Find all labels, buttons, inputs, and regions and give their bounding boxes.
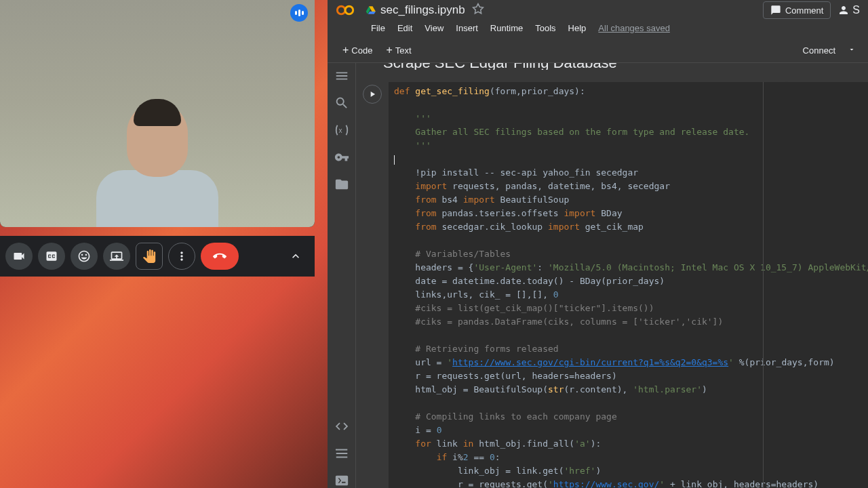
- svg-point-3: [335, 449, 336, 451]
- toolbar: +Code +Text Connect: [328, 38, 868, 63]
- code-snippets-icon[interactable]: [334, 419, 349, 434]
- menu-bar: File Edit View Insert Runtime Tools Help…: [328, 18, 868, 38]
- more-options-button[interactable]: [168, 243, 195, 270]
- drive-icon: [366, 5, 376, 16]
- svg-text:x: x: [338, 127, 342, 134]
- code-cell: def get_sec_filing(form,prior_days): '''…: [356, 82, 868, 488]
- comment-button[interactable]: Comment: [763, 1, 831, 19]
- variables-icon[interactable]: x: [334, 123, 349, 138]
- menu-view[interactable]: View: [419, 20, 449, 36]
- terminal-icon[interactable]: [334, 473, 349, 488]
- section-header[interactable]: Scrape SEC Edgar Filing Database: [356, 63, 868, 70]
- share-label: S: [852, 4, 860, 16]
- captions-button[interactable]: [38, 243, 65, 270]
- secrets-icon[interactable]: [334, 150, 349, 165]
- add-text-button[interactable]: +Text: [379, 42, 418, 58]
- collapse-icon[interactable]: [367, 63, 378, 70]
- comment-label: Comment: [785, 5, 823, 16]
- left-rail: x: [328, 63, 356, 488]
- menu-runtime[interactable]: Runtime: [485, 20, 528, 36]
- video-frame: [0, 0, 315, 227]
- audio-active-icon: [290, 4, 308, 22]
- main-area: x Scrape SEC Edgar Filing Database: [328, 63, 868, 488]
- menu-tools[interactable]: Tools: [530, 20, 561, 36]
- menu-file[interactable]: File: [366, 20, 391, 36]
- search-icon[interactable]: [334, 96, 349, 110]
- files-icon[interactable]: [334, 177, 349, 192]
- participant-video: [83, 102, 232, 227]
- menu-insert[interactable]: Insert: [450, 20, 484, 36]
- connect-button[interactable]: Connect: [795, 43, 844, 58]
- share-button[interactable]: S: [837, 4, 860, 16]
- svg-point-1: [345, 6, 353, 14]
- star-icon[interactable]: [472, 3, 484, 18]
- section-title: Scrape SEC Edgar Filing Database: [383, 63, 617, 70]
- run-cell-button[interactable]: [363, 85, 382, 104]
- hangup-button[interactable]: [201, 243, 239, 270]
- code-editor[interactable]: def get_sec_filing(form,prior_days): '''…: [389, 82, 868, 488]
- menu-help[interactable]: Help: [563, 20, 592, 36]
- table-of-contents-icon[interactable]: [334, 68, 349, 83]
- video-content: [0, 0, 315, 227]
- colab-header: sec_filings.ipynb Comment S: [328, 0, 868, 18]
- menu-edit[interactable]: Edit: [392, 20, 418, 36]
- command-palette-icon[interactable]: [334, 446, 349, 461]
- camera-toggle-button[interactable]: [5, 243, 33, 270]
- expand-button[interactable]: [282, 243, 309, 270]
- save-status[interactable]: All changes saved: [593, 20, 675, 36]
- video-call-panel: [0, 0, 328, 488]
- colab-panel: sec_filings.ipynb Comment S File Edit Vi…: [328, 0, 868, 488]
- notebook-area: Scrape SEC Edgar Filing Database def get…: [356, 63, 868, 488]
- raise-hand-button[interactable]: [136, 243, 163, 270]
- call-controls: [0, 236, 315, 277]
- present-button[interactable]: [103, 243, 130, 270]
- reactions-button[interactable]: [71, 243, 98, 270]
- svg-point-0: [337, 6, 345, 14]
- add-code-button[interactable]: +Code: [336, 42, 379, 58]
- file-name[interactable]: sec_filings.ipynb: [380, 3, 465, 17]
- connect-dropdown-icon[interactable]: [844, 43, 860, 58]
- colab-logo-icon: [336, 1, 355, 20]
